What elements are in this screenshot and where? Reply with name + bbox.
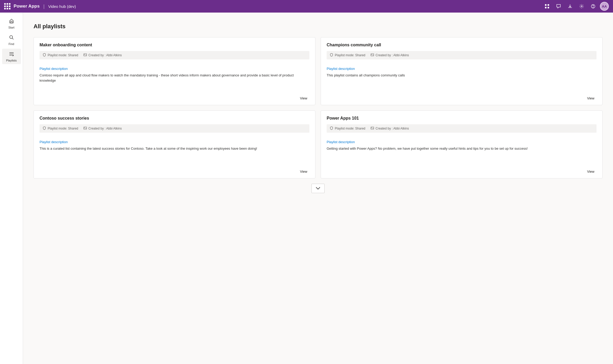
main-content: All playlists Maker onboarding content [23, 13, 613, 364]
sidebar-item-start[interactable]: Start [2, 16, 21, 31]
svg-point-8 [10, 36, 13, 38]
card-body-3: Playlist description This is a curated l… [34, 136, 315, 166]
playlists-grid: Maker onboarding content Playlist mode: … [34, 37, 603, 178]
sidebar-find-label: Find [9, 42, 14, 46]
card-desc-text-1: Contoso require all app and cloud flow m… [40, 73, 309, 83]
card-header-2: Champions community call Playlist mode: … [321, 37, 602, 63]
scroll-down-button[interactable] [311, 184, 325, 193]
card-body-2: Playlist description This playlist conta… [321, 63, 602, 93]
settings-icon[interactable] [577, 2, 586, 11]
sidebar-item-playlists[interactable]: Playlists [2, 49, 21, 64]
sidebar-start-label: Start [8, 26, 14, 29]
card-footer-4: View [321, 166, 602, 178]
playlist-card-contoso: Contoso success stories Playlist mode: S… [34, 110, 315, 178]
topbar: Power Apps | Video hub (dev) [0, 0, 613, 13]
home-icon [9, 18, 14, 25]
card-body-1: Playlist description Contoso require all… [34, 63, 315, 93]
svg-point-18 [84, 127, 85, 128]
card-title-4: Power Apps 101 [327, 116, 597, 121]
scroll-down-container [34, 184, 603, 193]
card-desc-link-2[interactable]: Playlist description [327, 67, 597, 71]
avatar[interactable]: AA [600, 2, 609, 11]
image-icon-2 [371, 53, 374, 57]
card-header-3: Contoso success stories Playlist mode: S… [34, 111, 315, 136]
sidebar: Start Find Playlists [0, 13, 23, 364]
apps-icon[interactable] [542, 2, 552, 11]
card-meta-author-4: Created by : Abbi Atkins [371, 126, 409, 131]
card-title-1: Maker onboarding content [40, 43, 309, 47]
image-icon-1 [83, 53, 87, 57]
card-desc-link-4[interactable]: Playlist description [327, 140, 597, 144]
playlists-icon [9, 51, 14, 58]
shield-icon-1 [43, 53, 46, 57]
card-meta-4: Playlist mode: Shared Created by : Abbi [327, 124, 597, 133]
card-desc-text-2: This playlist contains all champions com… [327, 73, 597, 78]
card-meta-mode-2: Playlist mode: Shared [330, 53, 365, 57]
svg-rect-3 [548, 7, 549, 8]
card-footer-1: View [34, 93, 315, 105]
card-footer-2: View [321, 93, 602, 105]
svg-rect-1 [548, 4, 549, 6]
card-mode-text-2: Playlist mode: Shared [335, 53, 365, 57]
svg-point-14 [84, 54, 85, 55]
card-meta-mode-3: Playlist mode: Shared [43, 126, 78, 131]
topbar-subtitle: Video hub (dev) [48, 4, 76, 9]
waffle-icon[interactable] [4, 3, 10, 9]
card-header-1: Maker onboarding content Playlist mode: … [34, 37, 315, 63]
playlist-card-champions: Champions community call Playlist mode: … [321, 37, 603, 105]
svg-point-20 [371, 127, 372, 128]
topbar-separator: | [43, 4, 45, 9]
card-desc-link-1[interactable]: Playlist description [40, 67, 309, 71]
page-title: All playlists [34, 23, 603, 30]
shield-icon-4 [330, 126, 333, 131]
image-icon-4 [371, 126, 374, 131]
card-mode-text-1: Playlist mode: Shared [48, 53, 78, 57]
card-meta-author-2: Created by : Abbi Atkins [371, 53, 409, 57]
card-meta-1: Playlist mode: Shared Created by : Abbi [40, 51, 309, 59]
sidebar-playlists-label: Playlists [6, 59, 16, 62]
card-body-4: Playlist description Getting started wit… [321, 136, 602, 166]
card-meta-mode-1: Playlist mode: Shared [43, 53, 78, 57]
topbar-icons: AA [542, 2, 609, 11]
playlist-card-maker-onboarding: Maker onboarding content Playlist mode: … [34, 37, 315, 105]
card-desc-text-4: Getting started with Power Apps? No prob… [327, 146, 597, 151]
app-title: Power Apps [14, 4, 40, 9]
card-footer-3: View [34, 166, 315, 178]
card-meta-author-3: Created by : Abbi Atkins [83, 126, 122, 131]
card-title-2: Champions community call [327, 43, 597, 47]
svg-point-16 [371, 54, 372, 55]
playlist-card-power-apps-101: Power Apps 101 Playlist mode: Shared [321, 110, 603, 178]
card-meta-3: Playlist mode: Shared Created by : Abbi [40, 124, 309, 133]
shield-icon-3 [43, 126, 46, 131]
sidebar-item-find[interactable]: Find [2, 32, 21, 48]
card-meta-author-1: Created by : Abbi Atkins [83, 53, 122, 57]
image-icon-3 [83, 126, 87, 131]
svg-marker-12 [13, 55, 14, 56]
card-mode-text-4: Playlist mode: Shared [335, 127, 365, 130]
chat-icon[interactable] [554, 2, 563, 11]
svg-rect-0 [545, 4, 547, 6]
svg-rect-7 [11, 21, 12, 23]
shield-icon-2 [330, 53, 333, 57]
card-author-text-1: Created by : Abbi Atkins [88, 53, 122, 57]
view-button-1[interactable]: View [298, 95, 309, 101]
app-layout: Start Find Playlists [0, 0, 613, 364]
view-button-2[interactable]: View [585, 95, 597, 101]
view-button-3[interactable]: View [298, 169, 309, 175]
card-meta-2: Playlist mode: Shared Created by : Abbi [327, 51, 597, 59]
card-author-text-4: Created by : Abbi Atkins [376, 127, 409, 130]
card-author-text-3: Created by : Abbi Atkins [88, 127, 122, 130]
card-header-4: Power Apps 101 Playlist mode: Shared [321, 111, 602, 136]
card-meta-mode-4: Playlist mode: Shared [330, 126, 365, 131]
download-icon[interactable] [565, 2, 575, 11]
svg-point-4 [581, 6, 582, 7]
card-desc-text-3: This is a curated list containing the la… [40, 146, 309, 151]
card-author-text-2: Created by : Abbi Atkins [376, 53, 409, 57]
help-icon[interactable] [588, 2, 598, 11]
svg-point-6 [593, 7, 593, 8]
search-icon [9, 35, 14, 41]
card-mode-text-3: Playlist mode: Shared [48, 127, 78, 130]
card-desc-link-3[interactable]: Playlist description [40, 140, 309, 144]
view-button-4[interactable]: View [585, 169, 597, 175]
card-title-3: Contoso success stories [40, 116, 309, 121]
